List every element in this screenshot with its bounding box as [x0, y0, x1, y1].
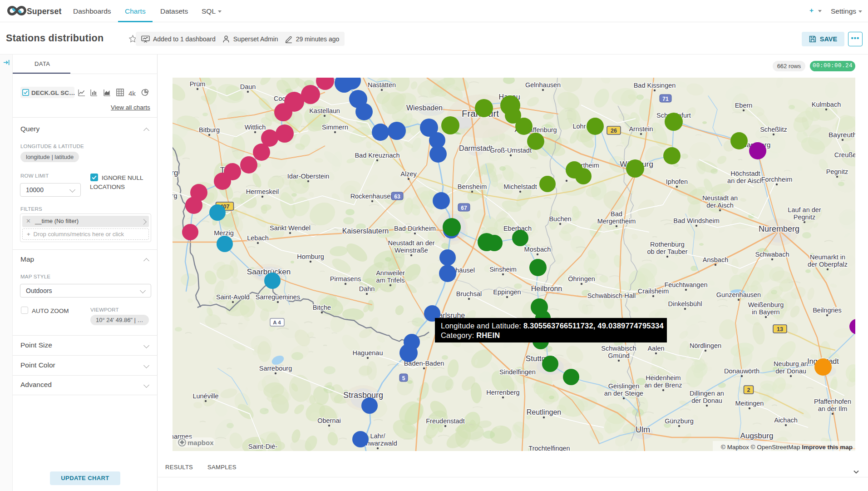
svg-text:Schwäbisch Hall: Schwäbisch Hall: [587, 292, 636, 299]
svg-text:an der Steige: an der Steige: [604, 390, 643, 397]
svg-text:Herrenberg: Herrenberg: [486, 389, 519, 396]
svg-text:Bad Kissingen: Bad Kissingen: [634, 82, 676, 89]
svg-text:rg: rg: [173, 192, 177, 199]
svg-text:Gelnhausen: Gelnhausen: [525, 81, 561, 89]
svg-text:Ulm: Ulm: [636, 425, 650, 434]
svg-text:Haguenau: Haguenau: [353, 349, 383, 357]
svg-text:Lauf an der: Lauf an der: [788, 206, 821, 213]
svg-text:Iphofen: Iphofen: [666, 178, 688, 185]
svg-text:Heilbronn: Heilbronn: [531, 285, 562, 293]
svg-text:Crailsheim: Crailsheim: [638, 288, 669, 295]
svg-text:rg: rg: [173, 169, 178, 177]
svg-text:Sarrebourg: Sarrebourg: [259, 365, 292, 372]
svg-text:Pegnitz: Pegnitz: [826, 168, 848, 175]
svg-text:Lahr/: Lahr/: [370, 432, 385, 440]
svg-text:Schwabach: Schwabach: [755, 251, 789, 258]
svg-text:Rockenhausen: Rockenhausen: [350, 193, 395, 200]
svg-text:Forchheim: Forchheim: [761, 176, 793, 183]
svg-text:Kastellaun: Kastellaun: [309, 107, 340, 114]
svg-text:Bad: Bad: [611, 210, 622, 218]
svg-text:A 4: A 4: [273, 320, 281, 325]
svg-text:Kaiserslautern: Kaiserslautern: [342, 227, 389, 235]
svg-text:Bensheim: Bensheim: [458, 183, 487, 190]
svg-text:Gmünd: Gmünd: [608, 352, 630, 359]
svg-text:Hermeskeil: Hermeskeil: [246, 188, 279, 195]
svg-text:Darmstadt: Darmstadt: [459, 144, 493, 152]
svg-text:Ebern: Ebern: [735, 102, 753, 109]
svg-text:2: 2: [747, 387, 750, 393]
svg-text:Freudenstadt: Freudenstadt: [426, 417, 464, 425]
svg-text:Nördlingen: Nördlingen: [690, 342, 721, 349]
svg-text:der Oberpfalz: der Oberpfalz: [808, 261, 848, 268]
svg-text:Mergentheim: Mergentheim: [597, 218, 636, 225]
svg-text:der Donau: der Donau: [775, 367, 806, 375]
svg-text:Neustadt an: Neustadt an: [702, 194, 738, 202]
svg-text:Höchstadt: Höchstadt: [730, 170, 760, 177]
svg-text:Heidenheim: Heidenheim: [646, 374, 681, 382]
svg-text:Dinkelsbühl: Dinkelsbühl: [668, 300, 702, 307]
svg-text:71: 71: [662, 96, 669, 102]
svg-text:Pegnitz: Pegnitz: [794, 213, 815, 221]
svg-text:Homburg: Homburg: [297, 253, 324, 260]
svg-text:Aichach: Aichach: [774, 417, 798, 424]
svg-text:Bad Dürkheim: Bad Dürkheim: [394, 225, 436, 232]
svg-text:mapbox: mapbox: [187, 439, 214, 446]
svg-text:Obernai: Obernai: [317, 417, 341, 424]
svg-text:Groß-Umstadt: Groß-Umstadt: [490, 147, 532, 154]
svg-text:Daun: Daun: [240, 83, 256, 90]
svg-text:© Mapbox © OpenStreetMap Impro: © Mapbox © OpenStreetMap Improve this ma…: [721, 444, 853, 451]
svg-text:26: 26: [611, 128, 617, 134]
svg-text:Arnstein: Arnstein: [629, 125, 653, 133]
svg-text:ob der Tauber: ob der Tauber: [647, 248, 687, 255]
svg-text:Alzey: Alzey: [400, 170, 417, 178]
svg-text:Michelstadt: Michelstadt: [503, 183, 537, 190]
svg-text:Kulmbach: Kulmbach: [812, 101, 841, 108]
svg-text:Rothenburg: Rothenburg: [650, 241, 685, 248]
svg-text:Sinsheim: Sinsheim: [489, 266, 517, 273]
svg-text:Sindelfingen: Sindelfingen: [499, 368, 536, 376]
svg-text:Lohr: Lohr: [572, 123, 586, 130]
svg-text:Aalen: Aalen: [647, 345, 664, 352]
svg-text:Weißenburg: Weißenburg: [748, 301, 784, 308]
svg-text:in Bayern: in Bayern: [752, 308, 779, 316]
svg-text:Simmern: Simmern: [322, 124, 348, 131]
svg-text:der Donau: der Donau: [691, 397, 722, 404]
svg-text:Beilngries: Beilngries: [813, 307, 842, 314]
svg-text:Pirmasens: Pirmasens: [330, 275, 361, 283]
svg-text:Wittlich: Wittlich: [245, 124, 266, 131]
svg-text:Neuburg an: Neuburg an: [774, 360, 808, 367]
svg-text:Dahn: Dahn: [359, 285, 375, 293]
svg-text:Neustadt an der: Neustadt an der: [388, 239, 434, 247]
svg-text:Sankt Wendel: Sankt Wendel: [270, 224, 311, 232]
svg-text:67: 67: [461, 205, 467, 211]
svg-text:an der Aisch: an der Aisch: [727, 177, 764, 184]
svg-text:Feuchtwangen: Feuchtwangen: [664, 281, 707, 288]
svg-text:Weinstraße: Weinstraße: [395, 247, 428, 254]
svg-text:Buchen: Buchen: [549, 215, 571, 223]
svg-text:Bad Windsheim: Bad Windsheim: [673, 217, 720, 224]
svg-text:Lunéville: Lunéville: [192, 392, 218, 400]
svg-text:Eppingen: Eppingen: [493, 288, 521, 296]
svg-text:Dillingen an: Dillingen an: [690, 390, 724, 397]
svg-text:Gunzenhausen: Gunzenhausen: [716, 291, 761, 298]
svg-text:Öhringen: Öhringen: [568, 275, 595, 283]
svg-text:5: 5: [402, 375, 405, 382]
svg-text:Pfaffenhofen: Pfaffenhofen: [814, 398, 851, 405]
svg-text:Creußen: Creußen: [834, 151, 855, 159]
svg-text:Bitche: Bitche: [313, 304, 331, 311]
svg-text:Saint-Avold: Saint-Avold: [216, 293, 250, 301]
svg-text:Wiesbaden: Wiesbaden: [406, 104, 443, 112]
svg-text:Meitingen: Meitingen: [735, 400, 764, 407]
svg-text:Annweiler: Annweiler: [376, 269, 405, 277]
svg-text:Nuremberg: Nuremberg: [759, 224, 799, 233]
svg-text:Saint-Dié-: Saint-Dié-: [248, 443, 278, 450]
svg-text:Mosbach: Mosbach: [524, 246, 551, 253]
svg-text:Bayreuth: Bayreuth: [829, 131, 855, 139]
svg-text:Merzig: Merzig: [214, 229, 234, 237]
svg-text:Geislingen: Geislingen: [608, 382, 640, 390]
svg-text:Ansbach: Ansbach: [703, 256, 728, 263]
svg-text:Bruchsal: Bruchsal: [456, 290, 482, 298]
svg-text:Reutlingen: Reutlingen: [527, 408, 562, 416]
svg-text:Trochtelfingen: Trochtelfingen: [528, 445, 570, 451]
svg-text:13: 13: [777, 326, 783, 332]
